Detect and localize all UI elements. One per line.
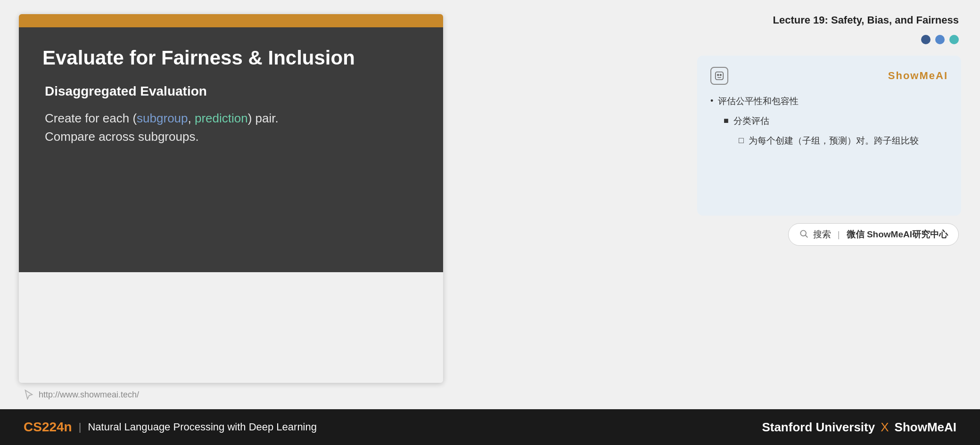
bottom-bar: CS224n | Natural Language Processing wit… xyxy=(0,409,980,445)
right-panel: Lecture 19: Safety, Bias, and Fairness S… xyxy=(462,14,961,400)
slide-text-after: ) pair. xyxy=(248,111,279,125)
slide-title: Evaluate for Fairness & Inclusion xyxy=(42,46,420,70)
course-code: CS224n xyxy=(24,420,72,435)
cursor-icon xyxy=(24,389,34,400)
svg-line-4 xyxy=(805,235,807,237)
slide-comma: , xyxy=(188,111,195,125)
dot-1 xyxy=(921,35,931,44)
slide-subgroup-word: subgroup xyxy=(137,111,188,125)
dot-3 xyxy=(949,35,959,44)
bottom-left: CS224n | Natural Language Processing wit… xyxy=(24,420,317,435)
svg-rect-0 xyxy=(716,72,724,80)
slide-text: Create for each (subgroup, prediction) p… xyxy=(42,109,420,146)
footer-pipe: | xyxy=(79,421,82,433)
x-mark: X xyxy=(881,420,889,435)
search-icon xyxy=(799,229,808,241)
showmeai-text-bottom: ShowMeAI xyxy=(895,420,956,435)
notes-bullet1-text: 评估公平性和包容性 xyxy=(718,93,799,109)
search-label-text: 搜索 xyxy=(813,228,831,241)
bullet-l1-symbol: • xyxy=(710,93,713,109)
slide-text-line2: Compare across subgroups. xyxy=(45,129,199,144)
slide-header-bar xyxy=(19,14,443,27)
ai-icon xyxy=(710,67,728,85)
notes-bullet-l2: ■ 分类评估 xyxy=(710,113,948,129)
notes-card-header: ShowMeAI xyxy=(710,67,948,85)
lecture-title: Lecture 19: Safety, Bias, and Fairness xyxy=(773,14,961,26)
slide-text-create: Create for each ( xyxy=(45,111,137,125)
svg-point-3 xyxy=(800,230,806,236)
search-row: 搜索 | 微信 ShowMeAI研究中心 xyxy=(462,216,961,251)
slide: Evaluate for Fairness & Inclusion Disagg… xyxy=(19,14,443,383)
slide-prediction-word: prediction xyxy=(195,111,248,125)
notes-bullet3-text: 为每个创建（子组，预测）对。跨子组比较 xyxy=(749,133,919,149)
dot-2 xyxy=(935,35,945,44)
search-brand-text: 微信 ShowMeAI研究中心 xyxy=(847,228,948,241)
notes-content: • 评估公平性和包容性 ■ 分类评估 □ 为每个创建（子组，预测）对。跨子组比较 xyxy=(710,93,948,149)
dots-row xyxy=(921,35,961,44)
slide-container: Evaluate for Fairness & Inclusion Disagg… xyxy=(19,14,443,400)
slide-url-bar: http://www.showmeai.tech/ xyxy=(19,383,443,400)
showmeai-brand: ShowMeAI xyxy=(888,70,948,82)
bottom-right: Stanford University X ShowMeAI xyxy=(762,420,956,435)
notes-bullet2-text: 分类评估 xyxy=(733,113,769,129)
notes-bullet-l1: • 评估公平性和包容性 xyxy=(710,93,948,109)
bullet-l2-symbol: ■ xyxy=(724,113,729,129)
course-desc: Natural Language Processing with Deep Le… xyxy=(88,421,317,433)
slide-url: http://www.showmeai.tech/ xyxy=(39,390,139,400)
svg-point-1 xyxy=(717,74,719,76)
bullet-l3-symbol: □ xyxy=(739,133,744,149)
slide-body: Evaluate for Fairness & Inclusion Disagg… xyxy=(19,27,443,272)
search-bar[interactable]: 搜索 | 微信 ShowMeAI研究中心 xyxy=(788,223,959,246)
notes-card: ShowMeAI • 评估公平性和包容性 ■ 分类评估 □ 为每个创建（子组，预… xyxy=(697,56,961,216)
search-divider: | xyxy=(838,229,840,240)
svg-point-2 xyxy=(720,74,721,76)
stanford-text: Stanford University xyxy=(762,420,875,435)
slide-subtitle: Disaggregated Evaluation xyxy=(42,84,420,99)
notes-bullet-l3: □ 为每个创建（子组，预测）对。跨子组比较 xyxy=(710,133,948,149)
